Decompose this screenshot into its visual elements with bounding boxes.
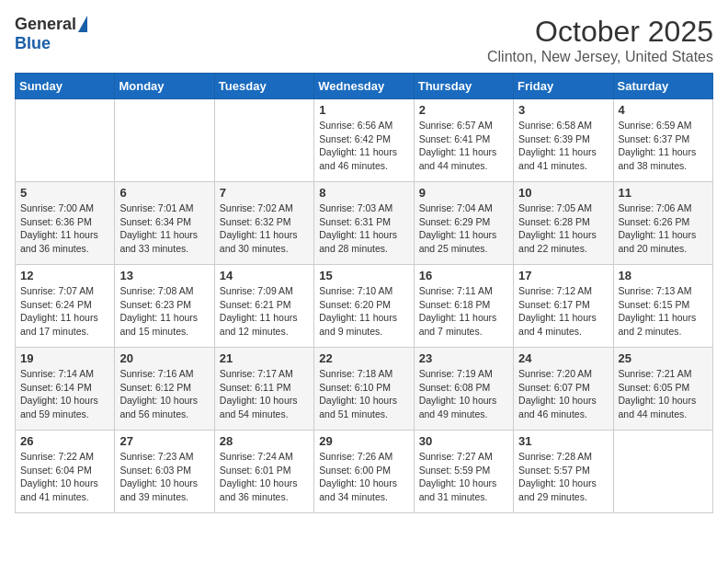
day-number: 24 [518, 351, 608, 365]
calendar-cell: 31Sunrise: 7:28 AM Sunset: 5:57 PM Dayli… [514, 431, 613, 513]
day-info: Sunrise: 6:59 AM Sunset: 6:37 PM Dayligh… [619, 119, 708, 173]
calendar-cell: 25Sunrise: 7:21 AM Sunset: 6:05 PM Dayli… [613, 348, 712, 431]
day-info: Sunrise: 6:58 AM Sunset: 6:39 PM Dayligh… [518, 119, 608, 173]
calendar-cell [613, 431, 712, 513]
day-info: Sunrise: 7:00 AM Sunset: 6:36 PM Dayligh… [20, 201, 109, 256]
day-info: Sunrise: 7:02 AM Sunset: 6:32 PM Dayligh… [220, 201, 309, 256]
calendar-cell: 18Sunrise: 7:13 AM Sunset: 6:15 PM Dayli… [613, 265, 712, 348]
day-info: Sunrise: 7:20 AM Sunset: 6:07 PM Dayligh… [518, 367, 608, 421]
day-number: 22 [319, 351, 408, 365]
day-info: Sunrise: 7:28 AM Sunset: 5:57 PM Dayligh… [518, 450, 608, 504]
calendar-week-row: 19Sunrise: 7:14 AM Sunset: 6:14 PM Dayli… [16, 348, 713, 431]
day-info: Sunrise: 7:10 AM Sunset: 6:20 PM Dayligh… [319, 284, 408, 339]
day-info: Sunrise: 7:18 AM Sunset: 6:10 PM Dayligh… [319, 367, 408, 421]
day-number: 20 [119, 351, 209, 365]
calendar-cell: 28Sunrise: 7:24 AM Sunset: 6:01 PM Dayli… [214, 431, 313, 513]
calendar-week-row: 1Sunrise: 6:56 AM Sunset: 6:42 PM Daylig… [16, 99, 713, 182]
day-info: Sunrise: 7:01 AM Sunset: 6:34 PM Dayligh… [119, 201, 209, 256]
calendar-cell: 21Sunrise: 7:17 AM Sunset: 6:11 PM Dayli… [214, 348, 313, 431]
month-title: October 2025 [487, 15, 713, 49]
page-header: General Blue October 2025 Clinton, New J… [15, 15, 713, 65]
calendar-cell: 24Sunrise: 7:20 AM Sunset: 6:07 PM Dayli… [514, 348, 613, 431]
day-number: 30 [419, 434, 508, 448]
day-info: Sunrise: 7:24 AM Sunset: 6:01 PM Dayligh… [220, 450, 309, 504]
location-title: Clinton, New Jersey, United States [487, 49, 713, 65]
calendar-cell: 2Sunrise: 6:57 AM Sunset: 6:41 PM Daylig… [414, 99, 513, 182]
day-info: Sunrise: 7:17 AM Sunset: 6:11 PM Dayligh… [220, 367, 309, 421]
day-number: 9 [419, 186, 508, 200]
calendar-week-row: 5Sunrise: 7:00 AM Sunset: 6:36 PM Daylig… [16, 182, 713, 265]
day-number: 27 [119, 434, 209, 448]
calendar-table: SundayMondayTuesdayWednesdayThursdayFrid… [15, 73, 713, 513]
day-of-week-header: Monday [115, 74, 214, 99]
calendar-cell: 11Sunrise: 7:06 AM Sunset: 6:26 PM Dayli… [613, 182, 712, 265]
day-info: Sunrise: 7:04 AM Sunset: 6:29 PM Dayligh… [419, 201, 508, 256]
calendar-week-row: 12Sunrise: 7:07 AM Sunset: 6:24 PM Dayli… [16, 265, 713, 348]
day-number: 23 [419, 351, 508, 365]
day-number: 12 [20, 269, 109, 282]
day-number: 29 [319, 434, 408, 448]
day-number: 25 [619, 351, 708, 365]
day-number: 21 [220, 351, 309, 365]
calendar-week-row: 26Sunrise: 7:22 AM Sunset: 6:04 PM Dayli… [16, 431, 713, 513]
calendar-cell: 15Sunrise: 7:10 AM Sunset: 6:20 PM Dayli… [314, 265, 414, 348]
day-info: Sunrise: 7:22 AM Sunset: 6:04 PM Dayligh… [20, 450, 109, 504]
day-number: 15 [319, 269, 408, 282]
day-number: 5 [20, 186, 109, 200]
calendar-cell: 29Sunrise: 7:26 AM Sunset: 6:00 PM Dayli… [314, 431, 414, 513]
calendar-header-row: SundayMondayTuesdayWednesdayThursdayFrid… [16, 74, 713, 99]
calendar-cell: 27Sunrise: 7:23 AM Sunset: 6:03 PM Dayli… [115, 431, 214, 513]
day-info: Sunrise: 6:57 AM Sunset: 6:41 PM Dayligh… [419, 119, 508, 173]
day-number: 1 [319, 103, 408, 117]
day-number: 19 [20, 351, 109, 365]
logo: General Blue [15, 15, 87, 53]
day-of-week-header: Friday [514, 74, 613, 99]
day-info: Sunrise: 7:16 AM Sunset: 6:12 PM Dayligh… [119, 367, 209, 421]
day-of-week-header: Saturday [613, 74, 712, 99]
day-info: Sunrise: 7:14 AM Sunset: 6:14 PM Dayligh… [20, 367, 109, 421]
calendar-cell: 30Sunrise: 7:27 AM Sunset: 5:59 PM Dayli… [414, 431, 513, 513]
day-number: 6 [119, 186, 209, 200]
logo-general-text: General [15, 15, 76, 34]
day-info: Sunrise: 7:12 AM Sunset: 6:17 PM Dayligh… [518, 284, 608, 339]
day-number: 2 [419, 103, 508, 117]
logo-blue-text: Blue [15, 34, 51, 53]
calendar-cell: 13Sunrise: 7:08 AM Sunset: 6:23 PM Dayli… [115, 265, 214, 348]
day-number: 3 [518, 103, 608, 117]
day-of-week-header: Wednesday [314, 74, 414, 99]
calendar-cell: 7Sunrise: 7:02 AM Sunset: 6:32 PM Daylig… [214, 182, 313, 265]
day-info: Sunrise: 7:26 AM Sunset: 6:00 PM Dayligh… [319, 450, 408, 504]
day-number: 16 [419, 269, 508, 282]
day-number: 17 [518, 269, 608, 282]
day-of-week-header: Thursday [414, 74, 513, 99]
day-info: Sunrise: 7:05 AM Sunset: 6:28 PM Dayligh… [518, 201, 608, 256]
day-info: Sunrise: 7:08 AM Sunset: 6:23 PM Dayligh… [119, 284, 209, 339]
calendar-cell: 1Sunrise: 6:56 AM Sunset: 6:42 PM Daylig… [314, 99, 414, 182]
calendar-cell: 10Sunrise: 7:05 AM Sunset: 6:28 PM Dayli… [514, 182, 613, 265]
day-number: 26 [20, 434, 109, 448]
calendar-cell [214, 99, 313, 182]
calendar-cell: 26Sunrise: 7:22 AM Sunset: 6:04 PM Dayli… [16, 431, 115, 513]
day-info: Sunrise: 7:03 AM Sunset: 6:31 PM Dayligh… [319, 201, 408, 256]
day-of-week-header: Tuesday [214, 74, 313, 99]
day-info: Sunrise: 7:21 AM Sunset: 6:05 PM Dayligh… [619, 367, 708, 421]
calendar-cell: 12Sunrise: 7:07 AM Sunset: 6:24 PM Dayli… [16, 265, 115, 348]
day-number: 10 [518, 186, 608, 200]
calendar-cell: 9Sunrise: 7:04 AM Sunset: 6:29 PM Daylig… [414, 182, 513, 265]
day-number: 4 [619, 103, 708, 117]
day-info: Sunrise: 7:19 AM Sunset: 6:08 PM Dayligh… [419, 367, 508, 421]
calendar-cell: 19Sunrise: 7:14 AM Sunset: 6:14 PM Dayli… [16, 348, 115, 431]
day-info: Sunrise: 7:23 AM Sunset: 6:03 PM Dayligh… [119, 450, 209, 504]
day-number: 28 [220, 434, 309, 448]
calendar-cell: 3Sunrise: 6:58 AM Sunset: 6:39 PM Daylig… [514, 99, 613, 182]
calendar-cell: 22Sunrise: 7:18 AM Sunset: 6:10 PM Dayli… [314, 348, 414, 431]
day-number: 8 [319, 186, 408, 200]
calendar-cell: 4Sunrise: 6:59 AM Sunset: 6:37 PM Daylig… [613, 99, 712, 182]
logo-triangle-icon [78, 16, 87, 32]
day-number: 7 [220, 186, 309, 200]
day-number: 18 [619, 269, 708, 282]
day-of-week-header: Sunday [16, 74, 115, 99]
day-number: 13 [119, 269, 209, 282]
day-info: Sunrise: 6:56 AM Sunset: 6:42 PM Dayligh… [319, 119, 408, 173]
calendar-cell [16, 99, 115, 182]
